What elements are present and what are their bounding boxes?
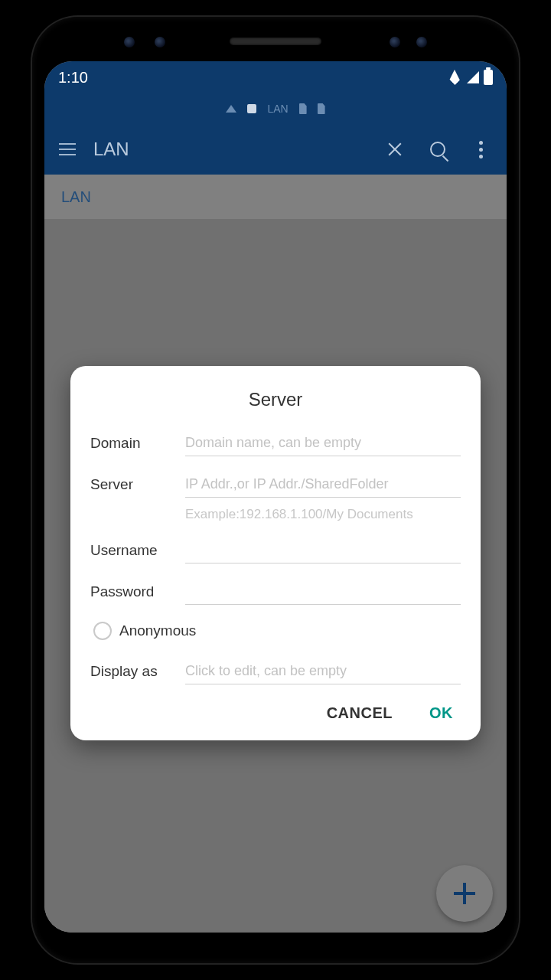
anonymous-label: Anonymous xyxy=(119,622,196,639)
server-label: Server xyxy=(90,476,181,498)
battery-icon xyxy=(484,70,493,85)
domain-input[interactable] xyxy=(185,432,461,456)
breadcrumb-label[interactable]: LAN xyxy=(267,103,288,115)
search-button[interactable] xyxy=(419,131,456,168)
more-icon xyxy=(479,141,483,158)
username-input[interactable] xyxy=(185,539,461,564)
cancel-button[interactable]: CANCEL xyxy=(327,704,393,722)
breadcrumb-bar: LAN xyxy=(44,93,507,124)
status-bar: 1:10 xyxy=(44,61,507,93)
camera-dot xyxy=(155,37,165,47)
search-icon xyxy=(430,142,445,157)
ok-button[interactable]: OK xyxy=(429,704,453,722)
close-button[interactable] xyxy=(377,131,413,168)
menu-button[interactable] xyxy=(52,134,83,165)
speaker-grill xyxy=(230,38,321,45)
password-label: Password xyxy=(90,583,181,605)
username-label: Username xyxy=(90,542,181,564)
status-time: 1:10 xyxy=(58,69,88,87)
anonymous-checkbox[interactable] xyxy=(93,622,112,640)
signal-icon xyxy=(467,71,479,83)
server-hint: Example:192.168.1.100/My Documents xyxy=(185,507,461,522)
close-icon xyxy=(386,141,403,158)
bezel-top xyxy=(32,17,519,66)
camera-dot xyxy=(416,37,427,47)
plus-icon xyxy=(454,883,475,904)
camera-dot xyxy=(390,37,400,47)
phone-frame: 1:10 LAN LAN LAN xyxy=(32,17,519,963)
password-input[interactable] xyxy=(185,580,461,605)
domain-label: Domain xyxy=(90,435,181,456)
wifi-icon xyxy=(447,70,462,85)
sd-icon[interactable] xyxy=(299,103,307,114)
lan-crumb-icon[interactable] xyxy=(247,104,256,113)
add-fab[interactable] xyxy=(436,865,493,922)
overflow-button[interactable] xyxy=(462,131,499,168)
status-icons xyxy=(447,70,493,85)
camera-dot xyxy=(124,37,135,47)
dialog-title: Server xyxy=(90,389,461,410)
sd-icon[interactable] xyxy=(318,103,325,114)
display-input[interactable] xyxy=(185,660,461,684)
home-icon[interactable] xyxy=(226,105,236,113)
app-bar: LAN xyxy=(44,124,507,175)
content-area: LAN Server Domain Server Example:192.168… xyxy=(44,175,507,933)
display-label: Display as xyxy=(90,663,181,684)
appbar-title: LAN xyxy=(93,139,129,160)
server-input[interactable] xyxy=(185,473,461,498)
server-dialog: Server Domain Server Example:192.168.1.1… xyxy=(70,366,481,740)
screen: 1:10 LAN LAN LAN xyxy=(44,61,507,933)
